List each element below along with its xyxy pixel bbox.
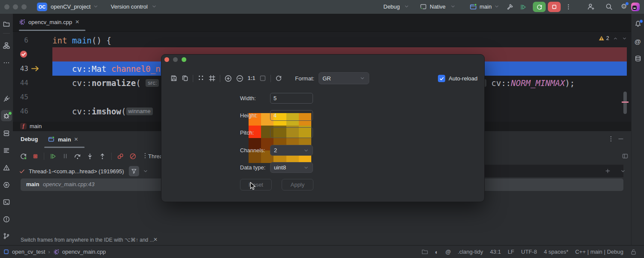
format-select[interactable]: GR	[319, 72, 369, 84]
line-separator-widget[interactable]: LF	[508, 249, 514, 255]
apply-button[interactable]: Apply	[282, 179, 313, 190]
project-square-icon	[3, 249, 9, 255]
services-stack-icon[interactable]	[3, 130, 10, 137]
tip-close-icon[interactable]: ✕	[153, 236, 158, 243]
stop-icon[interactable]	[32, 153, 39, 160]
debug-hide-icon[interactable]	[617, 135, 624, 142]
rerun-icon[interactable]	[20, 153, 27, 160]
rerun-debug-button[interactable]	[533, 2, 546, 12]
right-tool-strip: @	[631, 14, 644, 245]
debug-options-kebab-icon[interactable]	[608, 135, 614, 144]
plug-icon[interactable]	[3, 95, 10, 102]
debug-tab-main[interactable]: main ✕	[48, 134, 78, 145]
auto-reload-checkbox[interactable]	[438, 75, 445, 82]
view-breakpoints-icon[interactable]	[117, 153, 124, 160]
mute-breakpoints-icon[interactable]	[129, 153, 137, 160]
resume-profile-icon[interactable]	[519, 3, 527, 11]
structure-icon[interactable]	[3, 42, 10, 49]
debug-title[interactable]: Debug	[21, 136, 38, 142]
tab-close-icon[interactable]: ✕	[75, 19, 79, 25]
project-folder-icon[interactable]	[3, 21, 10, 28]
pause-icon[interactable]	[62, 153, 69, 160]
zoom-in-icon[interactable]	[225, 75, 232, 82]
channels-select[interactable]: 2	[270, 145, 313, 156]
layout-settings-icon[interactable]	[622, 153, 629, 160]
code-token: (	[121, 107, 126, 116]
dialog-zoom-button[interactable]	[182, 57, 186, 62]
unlocked-padlock-icon[interactable]	[630, 249, 637, 255]
build-hammer-icon[interactable]	[507, 3, 513, 10]
project-selector[interactable]: openCV_project	[51, 3, 91, 10]
more-actions-kebab-icon[interactable]	[565, 3, 572, 11]
ai-assistant-icon[interactable]: @	[635, 38, 641, 45]
dialog-close-button[interactable]	[164, 57, 169, 62]
indent-widget[interactable]: 4 spaces*	[544, 249, 568, 255]
tab-close-icon[interactable]: ✕	[74, 136, 78, 142]
more-tools-icon[interactable]	[3, 59, 10, 66]
window-minimize-button[interactable]	[13, 4, 18, 9]
run-mode-selector[interactable]: Debug	[383, 3, 400, 10]
notifications-bell-icon[interactable]	[635, 20, 641, 27]
search-icon[interactable]	[605, 3, 613, 10]
status-breadcrumb-file[interactable]: opencv_main.cpp	[62, 249, 106, 255]
crop-frame-icon[interactable]	[209, 75, 216, 82]
language-context-widget[interactable]: C++ | main | Debug	[575, 249, 623, 255]
copy-image-icon[interactable]	[182, 75, 188, 82]
chevron-down-icon[interactable]	[143, 168, 149, 174]
code-with-me-icon[interactable]	[587, 3, 595, 10]
height-input[interactable]	[270, 110, 313, 121]
breakpoint-icon[interactable]	[19, 50, 28, 58]
warnings-badge[interactable]: 2	[598, 35, 609, 41]
zoom-out-icon[interactable]	[236, 75, 243, 82]
tab-opencv-main-cpp[interactable]: opencv_main.cpp ✕	[19, 14, 79, 30]
toolbar-divider	[44, 153, 44, 160]
database-icon[interactable]	[635, 55, 641, 62]
vcs-widget[interactable]: Version control	[111, 3, 148, 10]
tab-threads-variables[interactable]: Threa	[148, 153, 163, 160]
debug-more-kebab-icon[interactable]	[142, 152, 149, 160]
fit-to-window-icon[interactable]	[259, 75, 266, 82]
breadcrumb[interactable]: main	[30, 123, 42, 129]
thread-filter-button[interactable]	[129, 166, 139, 176]
window-close-button[interactable]	[4, 4, 9, 9]
chevron-down-icon[interactable]	[620, 168, 626, 174]
project-logo[interactable]: OC	[37, 3, 47, 11]
step-out-icon[interactable]	[99, 153, 106, 160]
git-branch-icon[interactable]	[3, 233, 10, 240]
dialog-minimize-button[interactable]	[173, 57, 178, 62]
add-watch-icon[interactable]	[605, 168, 611, 174]
step-into-icon[interactable]	[86, 153, 94, 160]
list-icon[interactable]	[3, 147, 10, 154]
step-over-icon[interactable]	[74, 153, 81, 160]
status-breadcrumb-project[interactable]: open_cv_test	[12, 249, 45, 255]
settings-gear-icon[interactable]: ⚙	[621, 3, 627, 10]
problems-circle-icon[interactable]	[3, 216, 10, 223]
services-run-icon[interactable]	[3, 181, 10, 188]
editor-scrollbar-thumb[interactable]	[623, 92, 627, 114]
folder-small-icon[interactable]	[422, 249, 428, 255]
save-image-icon[interactable]	[170, 75, 177, 82]
pixel-grid-toggle-icon[interactable]	[197, 74, 204, 83]
clang-tidy-widget[interactable]: .clang-tidy	[458, 249, 483, 255]
actual-size-button[interactable]: 1:1	[248, 75, 255, 81]
problems-triangle-icon[interactable]	[3, 164, 10, 171]
encoding-widget[interactable]: UTF-8	[521, 249, 537, 255]
run-config-selector[interactable]: main	[480, 3, 492, 10]
thread-selector-row[interactable]: Thread-1-<com.ap...hread> (1919695)	[19, 166, 149, 177]
window-zoom-button[interactable]	[21, 4, 27, 9]
target-selector[interactable]: Native	[430, 3, 446, 10]
pitch-input[interactable]	[270, 127, 313, 138]
debug-bug-icon[interactable]	[3, 112, 10, 119]
datatype-select[interactable]: uint8	[270, 162, 313, 173]
ai-status-icon[interactable]: @	[445, 249, 451, 255]
refresh-icon[interactable]	[275, 75, 282, 82]
theme-contrast-icon[interactable]: ◐	[435, 249, 438, 255]
width-input[interactable]	[270, 93, 313, 104]
user-avatar[interactable]	[631, 3, 640, 11]
resume-icon[interactable]	[49, 153, 57, 160]
terminal-icon[interactable]	[3, 199, 10, 206]
prev-problem-icon[interactable]	[613, 36, 618, 41]
caret-position-widget[interactable]: 43:1	[490, 249, 501, 255]
next-problem-icon[interactable]	[622, 36, 627, 41]
stop-button[interactable]	[548, 2, 561, 12]
